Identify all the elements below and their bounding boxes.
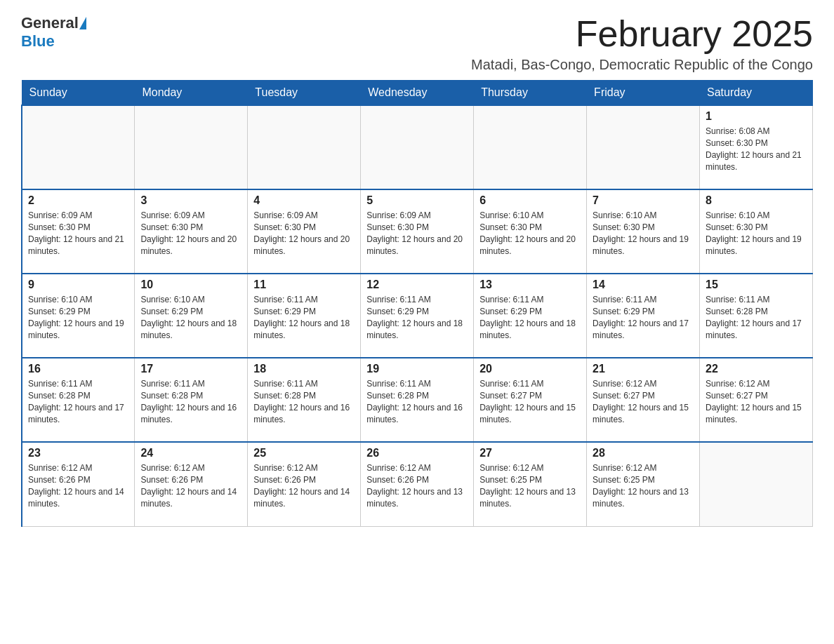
calendar-day-cell: 2Sunrise: 6:09 AM Sunset: 6:30 PM Daylig…: [22, 189, 135, 274]
calendar-header-friday: Friday: [587, 81, 700, 106]
day-info: Sunrise: 6:12 AM Sunset: 6:26 PM Dayligh…: [140, 462, 241, 509]
day-info: Sunrise: 6:09 AM Sunset: 6:30 PM Dayligh…: [366, 210, 468, 257]
day-info: Sunrise: 6:12 AM Sunset: 6:25 PM Dayligh…: [479, 462, 581, 509]
calendar-header-row: SundayMondayTuesdayWednesdayThursdayFrid…: [22, 81, 813, 106]
day-info: Sunrise: 6:11 AM Sunset: 6:28 PM Dayligh…: [140, 378, 241, 425]
day-info: Sunrise: 6:09 AM Sunset: 6:30 PM Dayligh…: [28, 210, 128, 257]
calendar-day-cell: 28Sunrise: 6:12 AM Sunset: 6:25 PM Dayli…: [587, 442, 700, 526]
calendar-day-cell: 16Sunrise: 6:11 AM Sunset: 6:28 PM Dayli…: [22, 358, 135, 442]
day-info: Sunrise: 6:11 AM Sunset: 6:29 PM Dayligh…: [366, 294, 468, 341]
calendar-day-cell: 17Sunrise: 6:11 AM Sunset: 6:28 PM Dayli…: [135, 358, 248, 442]
calendar-day-cell: [700, 442, 813, 526]
day-number: 19: [366, 363, 468, 375]
page-header: General Blue February 2025 Matadi, Bas-C…: [21, 14, 813, 73]
calendar-day-cell: 1Sunrise: 6:08 AM Sunset: 6:30 PM Daylig…: [700, 105, 813, 189]
calendar-day-cell: [474, 105, 587, 189]
day-info: Sunrise: 6:09 AM Sunset: 6:30 PM Dayligh…: [253, 210, 355, 257]
calendar-day-cell: 18Sunrise: 6:11 AM Sunset: 6:28 PM Dayli…: [248, 358, 361, 442]
day-info: Sunrise: 6:11 AM Sunset: 6:28 PM Dayligh…: [706, 294, 807, 341]
logo-triangle-icon: [79, 17, 86, 29]
day-number: 11: [253, 279, 355, 291]
calendar-day-cell: 21Sunrise: 6:12 AM Sunset: 6:27 PM Dayli…: [587, 358, 700, 442]
calendar-header-tuesday: Tuesday: [248, 81, 361, 106]
day-info: Sunrise: 6:10 AM Sunset: 6:30 PM Dayligh…: [593, 210, 694, 257]
day-info: Sunrise: 6:11 AM Sunset: 6:29 PM Dayligh…: [479, 294, 581, 341]
day-number: 24: [140, 447, 241, 459]
day-info: Sunrise: 6:12 AM Sunset: 6:26 PM Dayligh…: [28, 462, 128, 509]
calendar-day-cell: [135, 105, 248, 189]
calendar-day-cell: 22Sunrise: 6:12 AM Sunset: 6:27 PM Dayli…: [700, 358, 813, 442]
calendar-header-sunday: Sunday: [22, 81, 135, 106]
calendar-day-cell: 11Sunrise: 6:11 AM Sunset: 6:29 PM Dayli…: [248, 274, 361, 358]
day-info: Sunrise: 6:12 AM Sunset: 6:25 PM Dayligh…: [593, 462, 694, 509]
calendar-day-cell: 3Sunrise: 6:09 AM Sunset: 6:30 PM Daylig…: [135, 189, 248, 274]
calendar-day-cell: 10Sunrise: 6:10 AM Sunset: 6:29 PM Dayli…: [135, 274, 248, 358]
calendar-week-row: 1Sunrise: 6:08 AM Sunset: 6:30 PM Daylig…: [22, 105, 813, 189]
calendar-day-cell: 19Sunrise: 6:11 AM Sunset: 6:28 PM Dayli…: [361, 358, 474, 442]
calendar-header-monday: Monday: [135, 81, 248, 106]
day-number: 5: [366, 194, 468, 207]
day-number: 23: [28, 447, 128, 459]
day-info: Sunrise: 6:12 AM Sunset: 6:27 PM Dayligh…: [706, 378, 807, 425]
day-info: Sunrise: 6:11 AM Sunset: 6:29 PM Dayligh…: [253, 294, 355, 341]
calendar-header-thursday: Thursday: [474, 81, 587, 106]
day-info: Sunrise: 6:10 AM Sunset: 6:30 PM Dayligh…: [479, 210, 581, 257]
day-number: 12: [366, 279, 468, 291]
calendar-day-cell: 15Sunrise: 6:11 AM Sunset: 6:28 PM Dayli…: [700, 274, 813, 358]
calendar-week-row: 23Sunrise: 6:12 AM Sunset: 6:26 PM Dayli…: [22, 442, 813, 526]
day-number: 22: [706, 363, 807, 375]
day-number: 7: [593, 194, 694, 207]
day-number: 16: [28, 363, 128, 375]
calendar-day-cell: 23Sunrise: 6:12 AM Sunset: 6:26 PM Dayli…: [22, 442, 135, 526]
day-info: Sunrise: 6:12 AM Sunset: 6:26 PM Dayligh…: [253, 462, 355, 509]
day-info: Sunrise: 6:11 AM Sunset: 6:29 PM Dayligh…: [593, 294, 694, 341]
logo: General Blue: [21, 14, 87, 51]
location-subtitle: Matadi, Bas-Congo, Democratic Republic o…: [471, 57, 813, 73]
logo-general-text: General: [21, 14, 79, 32]
calendar-day-cell: 9Sunrise: 6:10 AM Sunset: 6:29 PM Daylig…: [22, 274, 135, 358]
calendar-day-cell: 25Sunrise: 6:12 AM Sunset: 6:26 PM Dayli…: [248, 442, 361, 526]
calendar-day-cell: 20Sunrise: 6:11 AM Sunset: 6:27 PM Dayli…: [474, 358, 587, 442]
calendar-day-cell: 27Sunrise: 6:12 AM Sunset: 6:25 PM Dayli…: [474, 442, 587, 526]
title-area: February 2025 Matadi, Bas-Congo, Democra…: [471, 14, 813, 73]
logo-blue-text: Blue: [21, 32, 55, 50]
calendar-table: SundayMondayTuesdayWednesdayThursdayFrid…: [21, 80, 813, 527]
day-info: Sunrise: 6:08 AM Sunset: 6:30 PM Dayligh…: [706, 126, 807, 173]
day-number: 2: [28, 194, 128, 207]
day-number: 20: [479, 363, 581, 375]
day-info: Sunrise: 6:09 AM Sunset: 6:30 PM Dayligh…: [140, 210, 241, 257]
day-number: 9: [28, 279, 128, 291]
day-number: 18: [253, 363, 355, 375]
day-info: Sunrise: 6:12 AM Sunset: 6:26 PM Dayligh…: [366, 462, 468, 509]
calendar-day-cell: 8Sunrise: 6:10 AM Sunset: 6:30 PM Daylig…: [700, 189, 813, 274]
calendar-header-wednesday: Wednesday: [361, 81, 474, 106]
month-title: February 2025: [471, 14, 813, 54]
day-info: Sunrise: 6:10 AM Sunset: 6:29 PM Dayligh…: [140, 294, 241, 341]
day-info: Sunrise: 6:10 AM Sunset: 6:29 PM Dayligh…: [28, 294, 128, 341]
day-number: 13: [479, 279, 581, 291]
calendar-day-cell: [22, 105, 135, 189]
calendar-day-cell: [361, 105, 474, 189]
day-number: 27: [479, 447, 581, 459]
calendar-week-row: 2Sunrise: 6:09 AM Sunset: 6:30 PM Daylig…: [22, 189, 813, 274]
day-info: Sunrise: 6:11 AM Sunset: 6:28 PM Dayligh…: [28, 378, 128, 425]
day-number: 4: [253, 194, 355, 207]
calendar-day-cell: 14Sunrise: 6:11 AM Sunset: 6:29 PM Dayli…: [587, 274, 700, 358]
calendar-day-cell: [248, 105, 361, 189]
calendar-day-cell: 24Sunrise: 6:12 AM Sunset: 6:26 PM Dayli…: [135, 442, 248, 526]
day-number: 25: [253, 447, 355, 459]
calendar-day-cell: 7Sunrise: 6:10 AM Sunset: 6:30 PM Daylig…: [587, 189, 700, 274]
day-info: Sunrise: 6:11 AM Sunset: 6:28 PM Dayligh…: [366, 378, 468, 425]
day-number: 21: [593, 363, 694, 375]
calendar-day-cell: 6Sunrise: 6:10 AM Sunset: 6:30 PM Daylig…: [474, 189, 587, 274]
day-number: 28: [593, 447, 694, 459]
day-number: 14: [593, 279, 694, 291]
day-number: 1: [706, 110, 807, 123]
day-info: Sunrise: 6:11 AM Sunset: 6:27 PM Dayligh…: [479, 378, 581, 425]
calendar-header-saturday: Saturday: [700, 81, 813, 106]
day-info: Sunrise: 6:12 AM Sunset: 6:27 PM Dayligh…: [593, 378, 694, 425]
day-number: 10: [140, 279, 241, 291]
calendar-day-cell: 26Sunrise: 6:12 AM Sunset: 6:26 PM Dayli…: [361, 442, 474, 526]
calendar-week-row: 9Sunrise: 6:10 AM Sunset: 6:29 PM Daylig…: [22, 274, 813, 358]
day-number: 15: [706, 279, 807, 291]
